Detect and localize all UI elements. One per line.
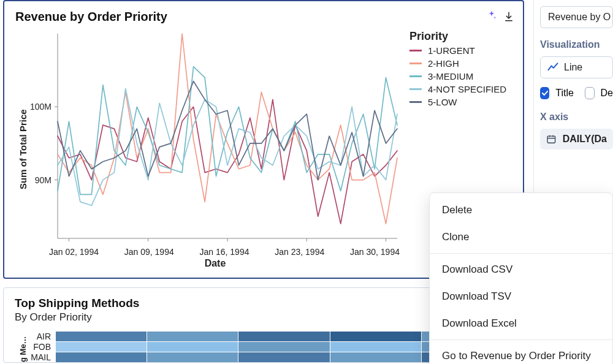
heatmap-row-label: FOB [28,342,56,352]
heatmap-row-label: MAIL [28,352,56,362]
heatmap-cell [330,342,421,352]
legend-item[interactable]: 4-NOT SPECIFIED [409,84,512,94]
viz-type-label: Line [564,62,582,73]
svg-text:90M: 90M [35,175,51,185]
svg-text:100M: 100M [30,102,51,112]
heatmap-cell [147,342,238,352]
line-chart: 90M100M [28,30,402,245]
x-tick-label: Jan 16, 1994 [200,247,249,257]
heatmap-cell [147,352,238,362]
title-checkbox-label: Title [555,88,574,99]
heatmap-y-axis-label: g Me… [15,331,28,362]
x-tick-label: Jan 30, 1994 [350,247,400,257]
chart-title-field[interactable]: Revenue by O [540,6,613,28]
legend-item-label: 4-NOT SPECIFIED [428,84,506,94]
viz-type-selector[interactable]: Line [540,56,613,78]
heatmap-cell [330,352,421,362]
context-menu-separator [430,253,612,254]
download-icon[interactable] [503,11,514,22]
context-menu-item[interactable]: Download Excel [430,310,612,337]
calendar-icon [546,134,557,145]
x-axis-ticks: Jan 02, 1994Jan 09, 1994Jan 16, 1994Jan … [28,245,402,257]
legend-title: Priority [409,30,512,43]
legend-item[interactable]: 3-MEDIUM [409,71,512,82]
heatmap-cell [238,342,329,352]
heatmap-cell [330,332,421,341]
legend-item-label: 3-MEDIUM [428,71,473,82]
heatmap-cell [56,352,147,362]
x-tick-label: Jan 23, 1994 [275,247,324,257]
ai-sparkle-icon[interactable] [486,10,497,23]
svg-rect-11 [547,136,555,143]
legend-item-label: 1-URGENT [428,45,475,56]
legend-item[interactable]: 1-URGENT [409,45,512,56]
section-x-axis: X axis [540,112,613,123]
context-menu-item[interactable]: Go to Revenue by Order Priority [430,343,612,364]
context-menu-item[interactable]: Download CSV [430,256,612,283]
panel-title: Revenue by Order Priority [15,10,512,24]
heatmap-cell [56,342,147,352]
x-tick-label: Jan 02, 1994 [49,247,99,257]
context-menu-item[interactable]: Delete [430,197,612,224]
context-menu: DeleteCloneDownload CSVDownload TSVDownl… [429,192,613,364]
heatmap-cell [56,332,147,341]
description-checkbox-label: De [601,88,613,99]
heatmap-cell [147,332,238,341]
heatmap-cell [238,352,329,362]
legend-item-label: 5-LOW [428,97,457,107]
legend-item-label: 2-HIGH [428,58,459,69]
description-checkbox[interactable] [585,87,595,99]
y-axis-label: Sum of Total Price [15,30,28,269]
x-axis-field-label: DAILY(Da [563,134,607,145]
x-axis-label: Date [28,258,402,269]
title-checkbox[interactable] [540,87,549,99]
context-menu-item[interactable]: Download TSV [430,283,612,310]
heatmap-row-label: AIR [28,332,56,341]
x-tick-label: Jan 09, 1994 [124,247,174,257]
section-visualization: Visualization [540,39,613,50]
context-menu-separator [430,339,612,340]
legend-item[interactable]: 2-HIGH [409,58,512,69]
legend-item[interactable]: 5-LOW [409,97,512,107]
context-menu-item[interactable]: Clone [430,224,612,251]
x-axis-field-pill[interactable]: DAILY(Da [540,129,613,150]
heatmap-cell [238,332,329,341]
line-chart-icon [547,61,559,74]
